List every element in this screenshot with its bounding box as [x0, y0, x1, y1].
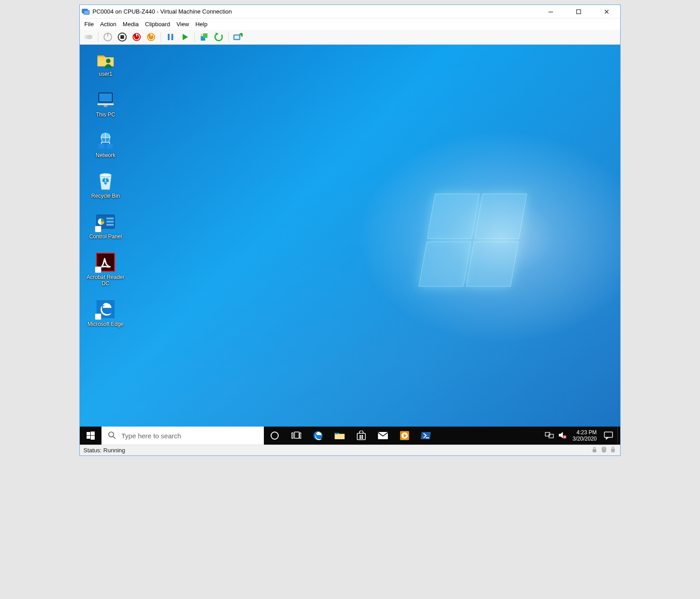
- svg-rect-71: [604, 432, 612, 437]
- svg-rect-59: [362, 437, 364, 439]
- file-explorer-button[interactable]: [329, 427, 350, 445]
- titlebar: PC0004 on CPUB-Z440 - Virtual Machine Co…: [80, 5, 620, 19]
- svg-rect-7: [107, 33, 108, 37]
- save-state-button[interactable]: [145, 31, 157, 43]
- svg-rect-51: [300, 433, 301, 438]
- show-desktop-button[interactable]: [617, 427, 620, 445]
- svg-rect-28: [99, 93, 112, 102]
- media-player-button[interactable]: [394, 427, 415, 445]
- desktop-icon-label: Acrobat Reader DC: [85, 274, 126, 287]
- svg-marker-21: [216, 33, 219, 36]
- svg-rect-29: [97, 103, 114, 105]
- svg-rect-30: [104, 105, 107, 107]
- menu-action[interactable]: Action: [100, 21, 116, 28]
- edge-taskbar-button[interactable]: [307, 427, 329, 445]
- svg-rect-43: [91, 432, 95, 435]
- svg-rect-33: [106, 144, 113, 149]
- svg-point-5: [87, 35, 92, 39]
- vm-connection-window: PC0004 on CPUB-Z440 - Virtual Machine Co…: [79, 5, 621, 456]
- enhanced-session-button[interactable]: [232, 31, 244, 43]
- menu-clipboard[interactable]: Clipboard: [145, 21, 170, 28]
- svg-rect-39: [106, 224, 114, 226]
- taskbar-pinned: [264, 427, 437, 445]
- menu-help[interactable]: Help: [195, 21, 207, 28]
- svg-rect-49: [292, 433, 293, 438]
- clock-time: 4:23 PM: [576, 429, 597, 436]
- menu-file[interactable]: File: [84, 21, 94, 28]
- svg-rect-23: [235, 36, 239, 39]
- maximize-button[interactable]: [571, 7, 587, 17]
- svg-rect-73: [593, 449, 596, 452]
- revert-button[interactable]: [213, 31, 225, 43]
- svg-rect-1: [84, 10, 89, 14]
- svg-line-47: [113, 436, 115, 439]
- this-pc-icon[interactable]: This PC: [85, 89, 126, 118]
- svg-rect-45: [91, 436, 95, 440]
- svg-point-46: [109, 432, 114, 437]
- menu-view[interactable]: View: [176, 21, 189, 28]
- microsoft-edge-icon[interactable]: Microsoft Edge: [85, 298, 126, 327]
- speaker-indicator-icon: [610, 446, 617, 455]
- powershell-button[interactable]: [415, 427, 437, 445]
- menu-media[interactable]: Media: [123, 21, 138, 28]
- checkpoint-button[interactable]: [198, 31, 210, 43]
- svg-rect-38: [106, 221, 114, 223]
- acrobat-reader-icon[interactable]: Acrobat Reader DC: [85, 251, 126, 287]
- svg-marker-67: [559, 432, 563, 438]
- svg-rect-37: [106, 218, 114, 219]
- turn-off-button[interactable]: [102, 31, 114, 43]
- svg-point-48: [271, 432, 278, 439]
- start-play-button[interactable]: [179, 31, 191, 43]
- search-icon: [108, 431, 116, 441]
- toolbar-separator: [98, 32, 98, 42]
- svg-marker-18: [183, 34, 188, 40]
- pause-button[interactable]: [165, 31, 176, 43]
- network-icon[interactable]: Network: [85, 130, 126, 158]
- minimize-button[interactable]: [543, 7, 559, 17]
- svg-rect-76: [611, 449, 615, 452]
- window-title: PC0004 on CPUB-Z440 - Virtual Machine Co…: [92, 8, 543, 15]
- volume-tray-icon[interactable]: [558, 432, 566, 440]
- close-button[interactable]: [599, 7, 615, 17]
- windows-wallpaper-logo: [419, 194, 529, 288]
- microsoft-store-button[interactable]: [350, 427, 372, 445]
- guest-os-viewport[interactable]: user1 This PC Network Recycle Bin Contro…: [80, 45, 620, 445]
- ctrl-alt-delete-button[interactable]: [83, 31, 94, 43]
- network-tray-icon[interactable]: [545, 432, 554, 440]
- task-view-button[interactable]: [286, 427, 307, 445]
- svg-rect-9: [120, 35, 124, 39]
- toolbar-separator: [161, 32, 161, 42]
- search-placeholder: Type here to search: [121, 432, 181, 440]
- cortana-button[interactable]: [264, 427, 286, 445]
- svg-rect-15: [151, 33, 152, 37]
- action-center-button[interactable]: [599, 427, 617, 445]
- control-panel-icon[interactable]: Control Panel: [85, 211, 126, 240]
- status-text: Status: Running: [83, 447, 125, 454]
- svg-rect-58: [359, 437, 361, 439]
- svg-rect-60: [378, 432, 388, 439]
- svg-rect-50: [295, 432, 299, 438]
- taskbar-clock[interactable]: 4:23 PM 3/20/2020: [570, 429, 599, 442]
- security-lock-icon: [591, 446, 598, 454]
- desktop-icon-label: This PC: [96, 111, 115, 118]
- svg-rect-54: [335, 433, 338, 434]
- taskbar-search[interactable]: Type here to search: [101, 427, 264, 445]
- mail-button[interactable]: [372, 427, 394, 445]
- svg-rect-53: [335, 435, 345, 439]
- svg-rect-57: [362, 435, 364, 437]
- svg-rect-32: [98, 144, 105, 149]
- user-folder-icon[interactable]: user1: [85, 48, 126, 77]
- recycle-bin-icon[interactable]: Recycle Bin: [85, 170, 126, 199]
- desktop-icon-label: Control Panel: [89, 233, 122, 240]
- desktop-icon-label: Recycle Bin: [91, 193, 120, 199]
- desktop-icon-label: Microsoft Edge: [88, 321, 124, 327]
- start-button[interactable]: [80, 427, 101, 445]
- svg-marker-72: [606, 437, 608, 439]
- shut-down-button[interactable]: [131, 31, 143, 43]
- svg-rect-42: [87, 432, 90, 435]
- svg-rect-12: [136, 33, 137, 37]
- desktop-icon-label: Network: [96, 152, 115, 158]
- svg-rect-56: [359, 435, 361, 437]
- svg-rect-17: [171, 34, 173, 40]
- stop-recording-button[interactable]: [116, 31, 128, 43]
